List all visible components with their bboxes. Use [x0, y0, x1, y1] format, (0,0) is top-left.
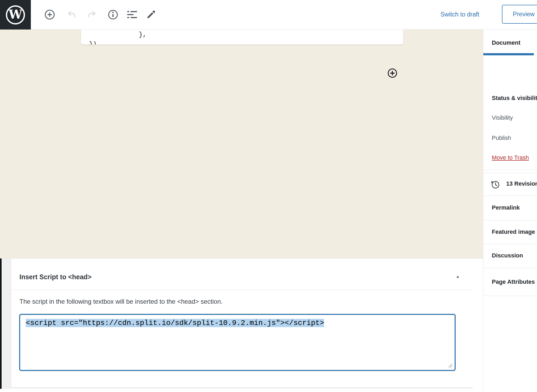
- collapse-toggle-button[interactable]: ▲: [452, 271, 463, 282]
- metabox-area: Insert Script to <head> ▲ The script in …: [0, 258, 483, 392]
- sidebar-tabs: Document: [483, 30, 537, 55]
- redo-icon: [86, 9, 97, 20]
- redo-button[interactable]: [85, 8, 98, 21]
- content-structure-button[interactable]: [107, 8, 119, 21]
- undo-icon: [66, 9, 77, 20]
- code-block[interactable]: }, }): [81, 30, 403, 44]
- move-to-trash-link[interactable]: Move to Trash: [492, 154, 529, 161]
- featured-image-label: Featured image: [492, 228, 535, 235]
- metabox-bottom-divider: [11, 387, 473, 388]
- editor-mode-button[interactable]: [145, 8, 157, 21]
- revisions-label: 13 Revisions: [506, 180, 537, 187]
- active-tab-indicator: [483, 53, 534, 55]
- panel-page-attributes[interactable]: Page Attributes: [483, 268, 537, 296]
- wordpress-editor: W: [0, 0, 537, 392]
- panel-permalink[interactable]: Permalink: [483, 196, 537, 220]
- code-block-text: }, }): [81, 30, 403, 44]
- insert-script-metabox: Insert Script to <head> ▲ The script in …: [11, 258, 473, 388]
- script-textarea[interactable]: <script src="https://cdn.split.io/sdk/sp…: [19, 314, 456, 371]
- script-text: <script src="https://cdn.split.io/sdk/sp…: [26, 318, 324, 328]
- plus-circle-icon: [387, 68, 397, 78]
- discussion-label: Discussion: [492, 252, 523, 259]
- publish-label: Publish: [492, 135, 511, 141]
- undo-button[interactable]: [65, 8, 78, 21]
- switch-to-draft-link[interactable]: Switch to draft: [440, 11, 479, 18]
- permalink-label: Permalink: [492, 204, 520, 211]
- panel-featured-image[interactable]: Featured image: [483, 220, 537, 244]
- block-inserter-button[interactable]: [387, 68, 397, 78]
- wordpress-logo-icon: W: [6, 5, 25, 24]
- editor-canvas: }, }): [0, 30, 483, 258]
- metabox-title: Insert Script to <head>: [19, 273, 91, 281]
- plus-circle-icon: [44, 9, 55, 20]
- wordpress-logo-button[interactable]: W: [0, 0, 31, 30]
- tab-document[interactable]: Document: [483, 30, 534, 55]
- revisions-row[interactable]: 13 Revisions: [483, 173, 537, 196]
- page-attributes-label: Page Attributes: [492, 278, 535, 285]
- pencil-icon: [146, 9, 156, 20]
- preview-button[interactable]: Preview: [502, 5, 537, 24]
- metabox-gutter: [2, 258, 11, 389]
- resize-handle[interactable]: [447, 362, 454, 369]
- panel-discussion[interactable]: Discussion: [483, 244, 537, 268]
- status-visibility-heading: Status & visibility: [492, 95, 537, 102]
- metabox-header[interactable]: Insert Script to <head> ▲: [11, 258, 473, 290]
- wordpress-w: W: [9, 8, 22, 20]
- metabox-description: The script in the following textbox will…: [19, 298, 223, 305]
- list-view-icon: [127, 9, 138, 20]
- info-icon: [107, 9, 119, 20]
- visibility-label: Visibility: [492, 114, 513, 121]
- settings-sidebar: Document Status & visibility Visibility …: [483, 30, 537, 392]
- collapse-arrow-icon: ▲: [456, 274, 460, 279]
- block-navigation-button[interactable]: [126, 8, 139, 21]
- panel-divider: [483, 170, 537, 170]
- tab-document-label: Document: [492, 39, 521, 46]
- history-clock-icon: [490, 180, 500, 190]
- selected-script-text: <script src="https://cdn.split.io/sdk/sp…: [26, 319, 324, 327]
- editor-toolbar: W: [0, 0, 537, 30]
- add-block-button[interactable]: [43, 8, 56, 21]
